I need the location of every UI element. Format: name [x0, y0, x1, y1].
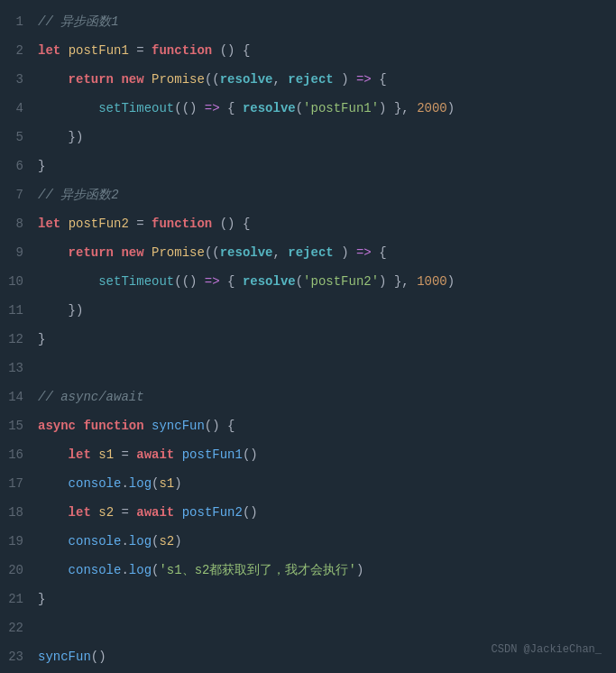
code-line: // 异步函数1 [38, 7, 602, 36]
line-number: 11 [0, 296, 23, 325]
line-number: 8 [0, 209, 23, 238]
token-builtin: console [69, 563, 122, 577]
code-content: // 异步函数1let postFun1 = function () { ret… [38, 7, 616, 671]
token-plain [38, 534, 69, 549]
token-plain: . [121, 563, 128, 577]
token-plain: { [372, 72, 387, 87]
token-plain: () { [205, 419, 235, 433]
token-plain: } [38, 159, 45, 173]
token-plain [38, 245, 69, 260]
token-plain [38, 101, 98, 115]
token-varname: s1 [159, 476, 174, 491]
code-line: console.log(s2) [38, 527, 602, 556]
token-plain: () { [212, 43, 250, 58]
token-method: log [129, 563, 152, 577]
token-resolve: resolve [243, 274, 296, 289]
token-plain: ) }, [379, 274, 417, 289]
code-line: // async/await [38, 383, 602, 411]
token-plain: . [121, 476, 128, 491]
token-arrow: => [205, 274, 220, 289]
token-plain [144, 419, 152, 433]
token-plain [91, 505, 98, 520]
token-resolve: resolve [220, 245, 273, 260]
token-keyword: let [38, 43, 60, 58]
token-settimeout: setTimeout [98, 274, 174, 289]
token-plain [60, 217, 68, 231]
code-line: console.log('s1、s2都获取到了，我才会执行') [38, 556, 602, 585]
token-plain: ( [296, 274, 303, 289]
token-varname: postFun2 [69, 217, 129, 231]
token-plain: ) [334, 245, 356, 260]
token-plain [38, 476, 69, 491]
token-funcname: syncFun [152, 419, 205, 433]
token-resolve: resolve [220, 72, 273, 87]
token-new: new [121, 72, 143, 87]
code-line: } [38, 325, 602, 354]
token-arrow: => [356, 245, 372, 260]
token-plain: , [273, 245, 289, 260]
token-plain: , [273, 72, 289, 87]
line-number: 5 [0, 123, 23, 152]
token-plain: ) [174, 476, 181, 491]
code-line: }) [38, 123, 602, 152]
token-plain: } [38, 592, 45, 606]
token-promise: Promise [152, 245, 205, 260]
line-numbers: 1234567891011121314151617181920212223 [0, 7, 38, 671]
token-keyword: let [69, 505, 91, 520]
token-settimeout: setTimeout [98, 101, 174, 115]
token-string: 's1、s2都获取到了，我才会执行' [159, 563, 355, 577]
line-number: 17 [0, 469, 23, 498]
token-plain: ( [296, 101, 303, 115]
line-number: 13 [0, 354, 23, 383]
line-number: 12 [0, 325, 23, 354]
token-number: 2000 [417, 101, 447, 115]
token-varname: s2 [98, 505, 114, 520]
token-plain [144, 245, 152, 260]
token-plain: }) [38, 130, 83, 144]
token-varname: s1 [98, 447, 114, 462]
line-number: 3 [0, 65, 23, 94]
token-arrow: => [205, 101, 220, 115]
token-plain: { [220, 101, 243, 115]
code-line: let s1 = await postFun1() [38, 440, 602, 469]
line-number: 6 [0, 152, 23, 180]
token-plain [174, 505, 181, 520]
line-number: 23 [0, 642, 23, 671]
token-plain: () { [212, 217, 250, 231]
code-line: setTimeout(() => { resolve('postFun1') }… [38, 94, 602, 123]
token-await: await [136, 447, 174, 462]
line-number: 19 [0, 527, 23, 556]
token-plain: (( [205, 245, 220, 260]
code-line: console.log(s1) [38, 469, 602, 498]
token-plain: = [114, 505, 136, 520]
token-comment: // 异步函数2 [38, 188, 119, 202]
token-plain: ) [447, 274, 455, 289]
token-plain: = [129, 217, 152, 231]
token-async: async [38, 419, 76, 433]
token-plain: ) [334, 72, 356, 87]
token-plain: ) [447, 101, 455, 115]
code-editor: 1234567891011121314151617181920212223 //… [0, 0, 616, 673]
token-arrow: => [356, 72, 372, 87]
token-function: function [83, 419, 143, 433]
token-plain: () [243, 447, 258, 462]
token-plain [91, 447, 98, 462]
line-number: 15 [0, 411, 23, 440]
token-plain: = [114, 447, 136, 462]
token-plain: (() [174, 274, 205, 289]
line-number: 20 [0, 556, 23, 585]
token-return: return [69, 245, 114, 260]
token-plain: (() [174, 101, 205, 115]
code-line: let s2 = await postFun2() [38, 498, 602, 527]
token-plain [38, 274, 98, 289]
token-builtin: console [69, 534, 122, 549]
watermark: CSDN @JackieChan_ [492, 635, 602, 664]
token-keyword: let [69, 447, 91, 462]
code-line: async function syncFun() { [38, 411, 602, 440]
token-comment: // async/await [38, 390, 144, 404]
code-line: // 异步函数2 [38, 180, 602, 209]
line-number: 21 [0, 585, 23, 613]
token-plain: ) [356, 563, 363, 577]
code-line: } [38, 152, 602, 180]
token-plain [38, 505, 69, 520]
